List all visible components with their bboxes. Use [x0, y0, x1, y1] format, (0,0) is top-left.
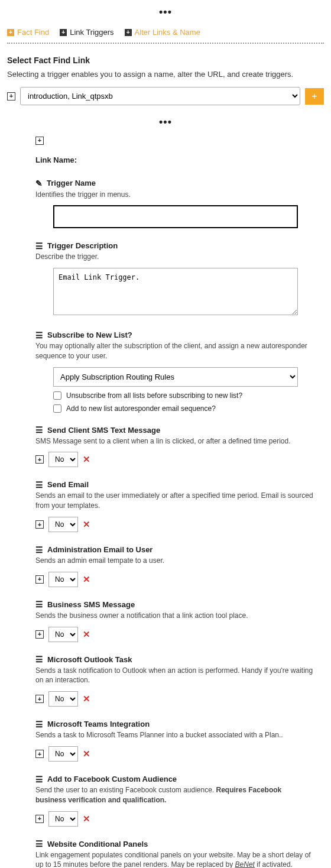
close-icon[interactable]: ✕	[83, 454, 90, 465]
expand-icon[interactable]: +	[35, 630, 44, 639]
section-title: Administration Email to User	[47, 545, 152, 554]
unsubscribe-checkbox[interactable]	[53, 391, 61, 400]
section-desc: Sends a task to Microsoft Teams Planner …	[35, 730, 313, 740]
plus-icon: +	[7, 29, 14, 36]
section-desc: Identifies the trigger in menus.	[35, 190, 313, 200]
tab-alter-links[interactable]: + Alter Links & Name	[125, 28, 200, 37]
check-label: Add to new list autoresponder email sequ…	[66, 404, 216, 413]
section-desc: Link engagement populates conditional pa…	[35, 850, 313, 868]
add-link-button[interactable]: +	[305, 88, 324, 105]
expand-icon[interactable]: +	[7, 92, 15, 101]
more-dots-mid[interactable]: •••	[7, 110, 324, 134]
section-desc: Describe the trigger.	[35, 252, 313, 262]
facebook-section: ☰Add to Facebook Custom Audience Send th…	[35, 775, 313, 827]
admin-section: ☰Administration Email to User Sends an a…	[35, 545, 313, 587]
section-desc: Sends a task notification to Outlook whe…	[35, 666, 313, 686]
tab-label: Link Triggers	[70, 28, 113, 37]
expand-icon[interactable]: +	[35, 455, 44, 464]
close-icon[interactable]: ✕	[83, 694, 90, 704]
menu-icon: ☰	[35, 242, 43, 250]
section-title: Subscribe to New List?	[47, 331, 132, 339]
website-section: ☰Website Conditional Panels Link engagem…	[35, 840, 313, 868]
close-icon[interactable]: ✕	[83, 519, 90, 530]
section-title: Add to Facebook Custom Audience	[47, 775, 177, 783]
section-desc: Send the user to an existing Facebook cu…	[35, 785, 313, 805]
section-title: Trigger Description	[47, 241, 118, 250]
expand-icon[interactable]: +	[35, 520, 44, 529]
expand-icon[interactable]: +	[35, 137, 44, 145]
subscribe-section: ☰ Subscribe to New List? You may optiona…	[35, 331, 313, 413]
autoresponder-checkbox[interactable]	[53, 404, 61, 413]
subscribe-select[interactable]: Apply Subscription Routing Rules	[53, 367, 298, 387]
expand-icon[interactable]: +	[35, 750, 44, 758]
fb-select[interactable]: No	[48, 811, 78, 827]
edit-icon: ✎	[35, 179, 43, 188]
menu-icon: ☰	[35, 546, 43, 554]
tab-fact-find[interactable]: + Fact Find	[7, 28, 49, 37]
trigger-name-section: ✎ Trigger Name Identifies the trigger in…	[35, 179, 313, 229]
plus-icon: +	[60, 29, 67, 36]
section-desc: Sends the business owner a notification …	[35, 611, 313, 621]
menu-icon: ☰	[35, 331, 43, 339]
email-section: ☰Send Email Sends an email to the user i…	[35, 480, 313, 532]
section-title: Website Conditional Panels	[47, 840, 148, 848]
email-select[interactable]: No	[48, 517, 78, 532]
outlook-select[interactable]: No	[48, 691, 78, 707]
menu-icon: ☰	[35, 426, 43, 434]
close-icon[interactable]: ✕	[83, 629, 90, 640]
section-desc: Sends an email to the user immediately o…	[35, 491, 313, 511]
select-link-desc: Selecting a trigger enables you to assig…	[7, 70, 324, 79]
trigger-desc-section: ☰ Trigger Description Describe the trigg…	[35, 241, 313, 318]
sms-section: ☰Send Client SMS Text Message SMS Messag…	[35, 426, 313, 468]
trigger-desc-textarea[interactable]: Email Link Trigger.	[53, 268, 298, 315]
link-select[interactable]: introduction, Link_qtpsxb	[20, 87, 300, 105]
teams-select[interactable]: No	[48, 746, 78, 762]
section-desc: SMS Message sent to a client when a lin …	[35, 436, 313, 446]
close-icon[interactable]: ✕	[83, 574, 90, 585]
plus-icon: +	[125, 29, 132, 36]
menu-icon: ☰	[35, 775, 43, 783]
section-title: Send Client SMS Text Message	[47, 426, 160, 435]
check-label: Unsubscribe from all lists before subscr…	[66, 391, 242, 400]
close-icon[interactable]: ✕	[83, 749, 90, 759]
section-title: Send Email	[47, 480, 89, 489]
menu-icon: ☰	[35, 481, 43, 489]
tab-label: Alter Links & Name	[135, 28, 200, 37]
bsms-section: ☰Business SMS Message Sends the business…	[35, 600, 313, 642]
tab-link-triggers[interactable]: + Link Triggers	[60, 28, 113, 37]
menu-icon: ☰	[35, 840, 43, 848]
bsms-select[interactable]: No	[48, 627, 78, 642]
sms-select[interactable]: No	[48, 452, 78, 467]
section-title: Trigger Name	[47, 179, 96, 187]
teams-section: ☰Microsoft Teams Integration Sends a tas…	[35, 720, 313, 762]
section-title: Microsoft Outlook Task	[47, 655, 132, 664]
expand-icon[interactable]: +	[35, 815, 44, 823]
section-desc: You may optionally alter the subscriptio…	[35, 341, 313, 361]
menu-icon: ☰	[35, 655, 43, 663]
menu-icon: ☰	[35, 600, 43, 608]
link-name-label: Link Name:	[35, 156, 313, 164]
admin-select[interactable]: No	[48, 572, 78, 587]
trigger-name-input[interactable]	[53, 205, 298, 228]
tabs: + Fact Find + Link Triggers + Alter Link…	[7, 24, 324, 44]
benet-link[interactable]: BeNet	[235, 860, 255, 868]
link-select-row: + introduction, Link_qtpsxb +	[7, 87, 324, 105]
expand-icon[interactable]: +	[35, 575, 44, 584]
select-link-heading: Select Fact Find Link	[7, 56, 324, 65]
autoresponder-check-row[interactable]: Add to new list autoresponder email sequ…	[53, 404, 313, 413]
close-icon[interactable]: ✕	[83, 814, 90, 824]
unsubscribe-check-row[interactable]: Unsubscribe from all lists before subscr…	[53, 391, 313, 400]
tab-label: Fact Find	[17, 28, 49, 37]
section-title: Business SMS Message	[47, 600, 135, 609]
section-desc: Sends an admin email tempate to a user.	[35, 556, 313, 566]
expand-icon[interactable]: +	[35, 695, 44, 703]
more-dots-top[interactable]: •••	[7, 0, 324, 24]
section-title: Microsoft Teams Integration	[47, 720, 150, 728]
outlook-section: ☰Microsoft Outlook Task Sends a task not…	[35, 655, 313, 707]
menu-icon: ☰	[35, 720, 43, 728]
